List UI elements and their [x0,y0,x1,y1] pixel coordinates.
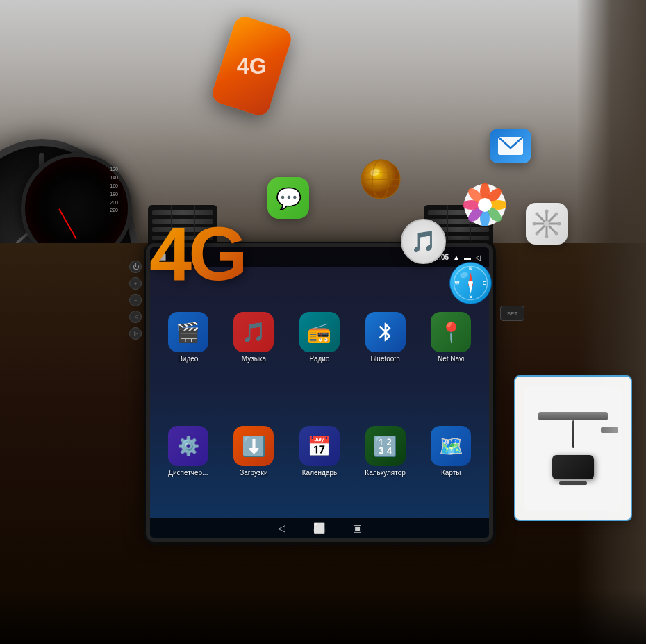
app-grid: 🎬 Видео 🎵 Музыка 📻 Радио [150,272,489,517]
app-calc[interactable]: 🔢 Калькулятор [354,396,417,506]
status-bar: ⬜ ✦ 19:05 ▲ ▬ ◁ [150,247,489,267]
app-maps-label: Карты [441,469,461,477]
app-download-label: Загрузки [240,469,267,477]
vol-down-button[interactable]: − [129,294,142,306]
app-calendar[interactable]: 📅 Календарь [288,396,351,506]
battery-icon: ▬ [464,254,471,261]
app-music-icon: 🎵 [233,312,274,352]
app-maps-icon: 🗺️ [431,426,471,466]
floor-area [0,588,646,644]
app-music-label: Музыка [242,355,266,363]
next-button[interactable]: ▷ [129,327,142,340]
app-radio-icon: 📻 [299,312,340,352]
app-bluetooth[interactable]: Bluetooth [354,282,417,393]
app-dispatch-label: Диспетчер... [168,469,208,477]
app-dispatch[interactable]: ⚙️ Диспетчер... [157,396,220,506]
bluetooth-status-icon: ✦ [422,254,427,261]
back-nav-button[interactable]: ◁ [278,522,285,534]
app-maps[interactable]: 🗺️ Карты [420,396,482,506]
app-calendar-label: Календарь [302,469,337,477]
left-control-buttons[interactable]: ⏻ + − ◁ ▷ [129,261,142,340]
app-download[interactable]: ⬇️ Загрузки [223,396,285,506]
set-button[interactable]: SET [500,306,524,321]
app-bluetooth-icon [365,312,406,352]
app-bluetooth-label: Bluetooth [370,355,399,363]
app-navi-icon: 📍 [431,312,471,352]
app-radio[interactable]: 📻 Радио [288,282,351,393]
right-info-panel [514,375,632,521]
usb-module-image [524,386,622,511]
app-navi[interactable]: 📍 Net Navi [420,282,482,393]
android-display: ⬜ ✦ 19:05 ▲ ▬ ◁ 🎬 Видео [150,247,489,538]
prev-button[interactable]: ◁ [129,311,142,323]
app-music[interactable]: 🎵 Музыка [223,282,285,393]
status-left-icons: ⬜ [158,254,166,261]
right-door [577,0,646,644]
app-dispatch-icon: ⚙️ [168,426,208,466]
status-right-icons: ✦ 19:05 ▲ ▬ ◁ [422,254,481,261]
vol-up-button[interactable]: + [129,277,142,290]
time-display: 19:05 [431,254,449,261]
app-calc-icon: 🔢 [365,426,406,466]
recents-nav-button[interactable]: ▣ [353,522,362,534]
app-video-icon: 🎬 [168,312,208,352]
app-calendar-icon: 📅 [299,426,340,466]
home-nav-button[interactable]: ⬜ [313,522,325,534]
power-button[interactable]: ⏻ [129,261,142,273]
home-icon: ⬜ [158,254,166,261]
app-video-label: Видео [178,355,198,363]
navigation-bar: ◁ ⬜ ▣ [150,518,489,538]
app-navi-label: Net Navi [438,355,464,363]
car-interior: 120140160180200220 ⏻ + − ◁ [0,0,646,644]
app-calc-label: Калькулятор [365,469,406,477]
up-arrow-icon: ▲ [453,254,460,261]
app-video[interactable]: 🎬 Видео [157,282,220,393]
app-download-icon: ⬇️ [233,426,274,466]
app-radio-label: Радио [310,355,330,363]
back-nav-icon: ◁ [475,254,481,261]
android-screen[interactable]: ⬜ ✦ 19:05 ▲ ▬ ◁ 🎬 Видео [146,243,493,542]
